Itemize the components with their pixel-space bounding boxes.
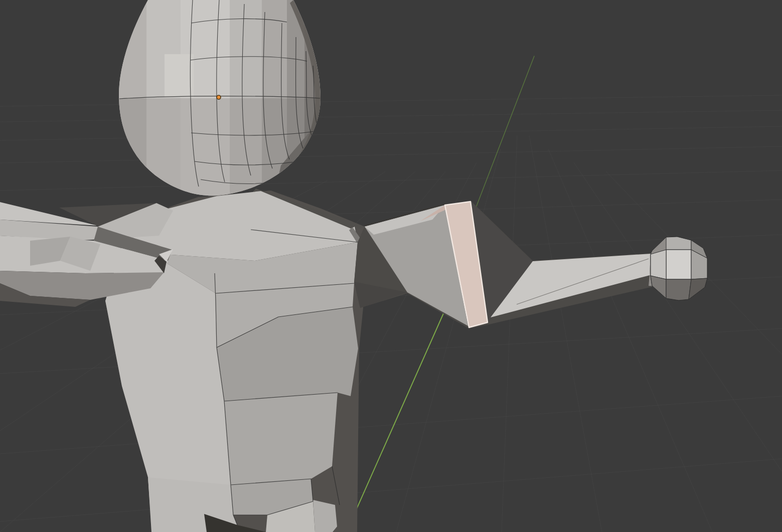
mesh-facet[interactable] <box>651 250 666 279</box>
viewport-3d[interactable] <box>0 0 782 532</box>
viewport-canvas[interactable] <box>0 0 782 532</box>
mesh-facet[interactable] <box>666 279 691 300</box>
right-fist[interactable] <box>651 237 707 300</box>
origin-marker[interactable] <box>217 95 221 99</box>
mesh-facet[interactable] <box>666 250 691 279</box>
mesh-facet[interactable] <box>313 500 337 532</box>
mesh-facet[interactable] <box>224 393 338 485</box>
